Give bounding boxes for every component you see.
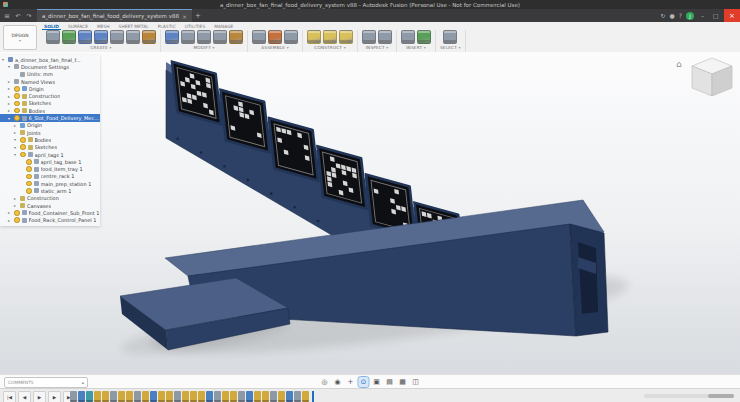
timeline-feature-icon[interactable] [150,391,157,402]
disclosure-closed-icon[interactable]: ▸ [8,86,12,91]
env-tab-plastic[interactable]: PLASTIC [156,24,178,29]
measure-icon[interactable] [362,30,376,44]
offset-plane-icon[interactable] [323,30,337,44]
timeline-feature-icon[interactable] [198,391,205,402]
visibility-bulb-icon[interactable] [20,137,26,143]
visibility-bulb-icon[interactable] [14,115,20,121]
browser-item[interactable]: static_arm 1 [0,187,100,194]
viewports-icon[interactable]: ◫ [411,377,421,387]
browser-item[interactable]: ▾a_dinner_box_fan_final_f... [0,56,100,63]
notifications-icon[interactable]: ● [670,12,675,19]
press-pull-icon[interactable] [165,30,179,44]
combine-icon[interactable] [213,30,227,44]
timeline-feature-icon[interactable] [118,391,125,402]
browser-item[interactable]: ▾6_Slot_Food_Delivery_Mechanism 1 [0,114,100,121]
toolbar-group-label-modify[interactable]: MODIFY ▾ [193,45,214,50]
comments-expand-icon[interactable]: ▴ [82,380,84,385]
window-minimize-button[interactable]: – [698,12,707,19]
home-icon[interactable]: ⌂ [676,59,682,69]
timeline-feature-icon[interactable] [182,391,189,402]
pan-icon[interactable]: + [346,377,356,387]
browser-item[interactable]: ▸Food_Container_Sub_Front 1 [0,209,100,216]
timeline-feature-icon[interactable] [110,391,117,402]
window-maximize-button[interactable]: □ [711,12,720,19]
grid-display-icon[interactable]: ▦ [398,377,408,387]
offset-face-icon[interactable] [229,30,243,44]
env-tab-manage[interactable]: MANAGE [212,24,235,29]
workspace-selector[interactable]: DESIGN ▾ [3,25,37,50]
go-to-start-icon[interactable]: |◀ [3,391,16,402]
browser-item[interactable]: food_item_tray 1 [0,165,100,172]
timeline-feature-icon[interactable] [174,391,181,402]
section-analysis-icon[interactable] [378,30,392,44]
assemble-new-component-icon[interactable] [252,30,266,44]
timeline-scrollbar[interactable] [644,394,734,398]
timeline-track[interactable] [70,391,314,402]
timeline-feature-icon[interactable] [294,391,301,402]
box-primitive-icon[interactable] [142,30,156,44]
env-tab-surface[interactable]: SURFACE [66,24,90,29]
disclosure-closed-icon[interactable]: ▸ [8,218,12,223]
browser-item[interactable]: Units: mm [0,71,100,78]
view-cube[interactable]: ⌂ [676,58,732,96]
env-tab-mesh[interactable]: MESH [95,24,112,29]
disclosure-closed-icon[interactable]: ▸ [14,130,18,135]
disclosure-closed-icon[interactable]: ▸ [8,79,12,84]
env-tab-utilities[interactable]: UTILITIES [183,24,207,29]
play-icon[interactable]: ▶ [33,391,46,402]
disclosure-closed-icon[interactable]: ▸ [14,203,18,208]
timeline-feature-icon[interactable] [142,391,149,402]
browser-item[interactable]: ▸Named Views [0,78,100,85]
timeline-feature-icon[interactable] [158,391,165,402]
timeline-feature-icon[interactable] [270,391,277,402]
visibility-bulb-icon[interactable] [14,86,20,92]
toolbar-group-label-construct[interactable]: CONSTRUCT ▾ [314,45,345,50]
visibility-bulb-icon[interactable] [26,174,32,180]
create-sketch-icon[interactable] [62,30,76,44]
browser-item[interactable]: april_tag_base 1 [0,158,100,165]
visibility-bulb-icon[interactable] [26,181,32,187]
step-back-icon[interactable]: ◀ [18,391,31,402]
tab-close-icon[interactable]: × [182,13,187,20]
toolbar-group-label-insert[interactable]: INSERT ▾ [406,45,426,50]
orbit-icon[interactable]: ◎ [320,377,330,387]
look-at-icon[interactable]: ◉ [333,377,343,387]
data-panel-icon[interactable]: ⊞ [3,12,11,19]
disclosure-closed-icon[interactable]: ▸ [14,196,18,201]
undo-icon[interactable]: ↶ [14,12,22,19]
disclosure-open-icon[interactable]: ▾ [14,145,18,150]
disclosure-closed-icon[interactable]: ▸ [14,123,18,128]
toolbar-group-label-create[interactable]: CREATE ▾ [90,45,111,50]
visibility-bulb-icon[interactable] [26,166,32,172]
visibility-bulb-icon[interactable] [26,159,32,165]
construction-plane-icon[interactable] [307,30,321,44]
step-forward-icon[interactable]: ▶ [48,391,61,402]
construction-axis-icon[interactable] [339,30,353,44]
zoom-icon[interactable]: ⊙ [359,377,369,387]
help-icon[interactable]: ? [679,12,682,19]
timeline-feature-icon[interactable] [86,391,93,402]
timeline-feature-icon[interactable] [214,391,221,402]
model-3d-view[interactable]: ⌂ [0,52,740,374]
visibility-bulb-icon[interactable] [26,188,32,194]
timeline-feature-icon[interactable] [190,391,197,402]
browser-item[interactable]: ▸Food_Rack_Control_Panel 1 [0,217,100,224]
browser-item[interactable]: ▸Construction [0,195,100,202]
disclosure-closed-icon[interactable]: ▸ [8,210,12,215]
timeline-feature-icon[interactable] [238,391,245,402]
timeline-feature-icon[interactable] [230,391,237,402]
visibility-bulb-icon[interactable] [14,101,20,107]
joint-icon[interactable] [268,30,282,44]
redo-icon[interactable]: ↷ [25,12,33,19]
browser-item[interactable]: ▾april_tags 1 [0,151,100,158]
sweep-icon[interactable] [110,30,124,44]
timeline-feature-icon[interactable] [246,391,253,402]
timeline-feature-icon[interactable] [278,391,285,402]
fillet-icon[interactable] [181,30,195,44]
disclosure-closed-icon[interactable]: ▸ [8,101,12,106]
display-settings-icon[interactable]: ▤ [385,377,395,387]
timeline-scrollbar-thumb[interactable] [708,394,734,398]
timeline-feature-icon[interactable] [222,391,229,402]
job-status-icon[interactable]: ↻ [661,12,666,19]
insert-derive-icon[interactable] [401,30,415,44]
